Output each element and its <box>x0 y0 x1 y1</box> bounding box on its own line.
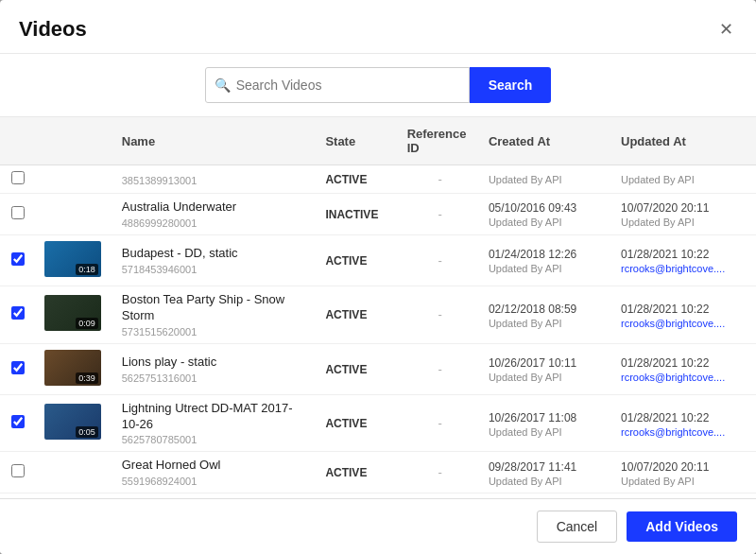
row-checkbox[interactable] <box>11 361 25 374</box>
row-thumbnail-cell: 0:05 <box>37 394 114 452</box>
updated-by: rcrooks@brightcove.... <box>621 426 748 438</box>
row-created-cell: 08/27/2017 11:33Updated By API <box>481 493 613 498</box>
row-checkbox[interactable] <box>11 415 25 428</box>
row-created-cell: 10/26/2017 11:08Updated By API <box>481 394 613 452</box>
created-date: 05/10/2016 09:43 <box>489 199 606 216</box>
row-checkbox[interactable] <box>11 171 25 184</box>
created-date: 01/24/2018 12:26 <box>489 246 606 263</box>
video-id: 5625751316001 <box>122 372 311 384</box>
col-header-thumb <box>37 117 114 165</box>
updated-by: rcrooks@brightcove.... <box>621 263 748 274</box>
table-row: Australia Underwater4886999280001INACTIV… <box>0 194 756 235</box>
modal-header: Videos ✕ <box>0 0 756 54</box>
state-badge: ACTIVE <box>325 417 367 430</box>
created-by: Updated By API <box>489 318 606 329</box>
state-badge: INACTIVE <box>325 208 378 221</box>
row-checkbox-cell <box>0 343 37 394</box>
row-checkbox[interactable] <box>11 306 25 320</box>
video-thumbnail: 0:05 <box>44 404 101 440</box>
row-checkbox[interactable] <box>11 206 25 219</box>
row-name-cell: Australia Underwater4886999280001 <box>114 194 318 235</box>
row-updated-cell: 01/28/2021 10:22rcrooks@brightcove.... <box>613 286 756 343</box>
row-ref-cell: - <box>400 452 481 493</box>
table-header-row: Name State Reference ID Created At Updat… <box>0 117 756 165</box>
state-badge: ACTIVE <box>325 363 367 376</box>
row-checkbox-cell <box>0 165 37 194</box>
row-state-cell: ACTIVE <box>318 165 399 194</box>
updated-by: Updated By API <box>621 216 748 228</box>
col-header-name: Name <box>114 117 318 165</box>
row-thumbnail-cell: 0:39 <box>37 343 114 394</box>
updated-by: rcrooks@brightcove.... <box>621 372 748 383</box>
row-updated-cell: 10/07/2020 20:11Updated By API <box>613 493 756 498</box>
search-input[interactable] <box>205 67 470 103</box>
search-button[interactable]: Search <box>470 67 552 103</box>
created-date: 02/12/2018 08:59 <box>489 301 606 318</box>
row-updated-cell: 01/28/2021 10:22rcrooks@brightcove.... <box>613 343 756 394</box>
updated-date: 01/28/2021 10:22 <box>621 301 748 318</box>
state-badge: ACTIVE <box>325 466 367 479</box>
row-thumbnail-cell: 0:09 <box>37 286 114 343</box>
updated-date: 01/28/2021 10:22 <box>621 246 748 263</box>
updated-by: Updated By API <box>621 476 748 487</box>
row-state-cell: ACTIVE <box>318 286 399 343</box>
row-ref-cell: - <box>400 343 481 394</box>
col-header-created: Created At <box>481 117 613 165</box>
col-header-updated: Updated At <box>613 117 756 165</box>
row-created-cell: 09/28/2017 11:41Updated By API <box>481 452 613 493</box>
row-thumbnail-cell: 0:18 <box>37 234 114 286</box>
thumb-duration: 0:09 <box>76 318 98 329</box>
row-state-cell: ACTIVE <box>318 452 399 493</box>
created-by: Updated By API <box>489 263 606 274</box>
row-state-cell: INACTIVE <box>318 194 399 235</box>
row-ref-cell: - <box>400 165 481 194</box>
table-row: 0:18Budapest - DD, static5718453946001AC… <box>0 234 756 286</box>
row-checkbox[interactable] <box>11 464 25 477</box>
row-thumbnail-cell <box>37 194 114 235</box>
created-date: 09/28/2017 11:41 <box>489 459 606 476</box>
row-checkbox-cell <box>0 394 37 452</box>
close-button[interactable]: ✕ <box>715 19 737 40</box>
state-badge: ACTIVE <box>325 308 367 321</box>
row-name-cell: Budapest - DD, static5718453946001 <box>114 234 318 286</box>
video-name: Great Horned Owl <box>122 458 311 474</box>
thumb-duration: 0:05 <box>76 426 98 438</box>
video-name: Australia Underwater <box>122 199 311 216</box>
created-by: Updated By API <box>489 372 606 383</box>
row-name-cell: Great Horned Owl5591968924001 <box>114 452 318 493</box>
updated-by: rcrooks@brightcove.... <box>621 318 748 329</box>
add-videos-button[interactable]: Add Videos <box>627 511 737 542</box>
row-updated-cell: 01/28/2021 10:22rcrooks@brightcove.... <box>613 394 756 452</box>
row-name-cell: Adult-and-young-swan-Sizergh-Castlle-Cum… <box>114 493 318 498</box>
video-name: Budapest - DD, static <box>122 246 311 262</box>
row-updated-cell: 10/07/2020 20:11Updated By API <box>613 452 756 493</box>
row-thumbnail-cell <box>37 165 114 194</box>
created-by: Updated By API <box>489 174 606 185</box>
thumb-duration: 0:18 <box>76 264 98 275</box>
row-state-cell: ACTIVE <box>318 394 399 452</box>
video-id: 5625780785001 <box>122 434 311 445</box>
row-name-cell: 3851389913001 <box>114 165 318 194</box>
updated-date: 10/07/2020 20:11 <box>621 199 748 216</box>
search-bar: 🔍 Search <box>0 54 756 117</box>
row-updated-cell: 10/07/2020 20:11Updated By API <box>613 194 756 235</box>
video-id: 4886999280001 <box>122 217 311 229</box>
row-name-cell: Lions play - static5625751316001 <box>114 343 318 394</box>
video-thumbnail: 0:39 <box>44 350 101 386</box>
created-date: 10/26/2017 10:11 <box>489 355 606 372</box>
cancel-button[interactable]: Cancel <box>537 511 618 543</box>
table-wrap: Name State Reference ID Created At Updat… <box>0 117 756 498</box>
created-by: Updated By API <box>489 216 606 228</box>
created-date: 10/26/2017 11:08 <box>489 409 606 426</box>
row-thumbnail-cell <box>37 452 114 493</box>
row-checkbox[interactable] <box>11 252 25 266</box>
row-checkbox-cell <box>0 286 37 343</box>
table-row: 0:16Adult-and-young-swan-Sizergh-Castlle… <box>0 493 756 498</box>
thumb-duration: 0:39 <box>76 372 98 384</box>
col-header-ref: Reference ID <box>400 117 481 165</box>
video-name: Lions play - static <box>122 355 311 371</box>
table-row: 0:09Boston Tea Party Ship - Snow Storm57… <box>0 286 756 343</box>
state-badge: ACTIVE <box>325 173 367 186</box>
row-ref-cell: - <box>400 194 481 235</box>
search-icon: 🔍 <box>215 78 231 93</box>
